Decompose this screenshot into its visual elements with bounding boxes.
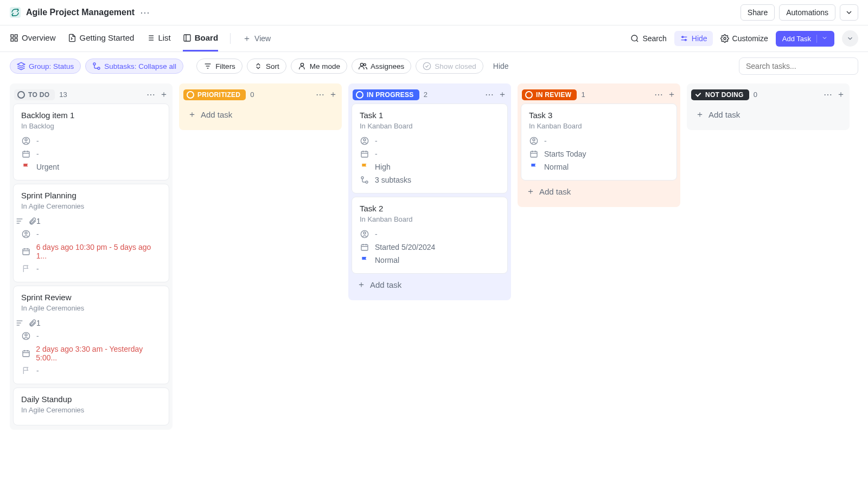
column-wrap: NOT DOING0⋯＋＋Add task — [687, 83, 850, 130]
hide-label: Hide — [692, 34, 707, 43]
more-options-button[interactable] — [842, 30, 858, 47]
calendar-icon — [360, 150, 369, 158]
filters-hide-button[interactable]: Hide — [488, 59, 514, 73]
column-add-button[interactable]: ＋ — [498, 89, 507, 100]
add-task-in-column[interactable]: ＋Add task — [350, 274, 509, 296]
header-left: Agile Project Management ⋯ — [10, 7, 150, 18]
status-pill[interactable]: TO DO — [14, 89, 55, 100]
status-circle-icon — [356, 91, 363, 99]
tab-getting-started[interactable]: Getting Started — [68, 25, 135, 51]
column-more-button[interactable]: ⋯ — [654, 89, 663, 100]
column-more-button[interactable]: ⋯ — [824, 89, 832, 100]
filter-icon — [203, 62, 212, 70]
sliders-icon — [680, 34, 688, 43]
column-add-button[interactable]: ＋ — [667, 89, 676, 100]
filters-chip[interactable]: Filters — [196, 59, 242, 74]
column-wrap: IN PROGRESS2⋯＋Task 1In Kanban Board--Hig… — [348, 83, 511, 300]
task-card[interactable]: Task 3In Kanban Board-Starts TodayNormal — [521, 104, 677, 180]
card-row-text: - — [375, 137, 378, 145]
card-row-text: 6 days ago 10:30 pm - 5 days ago 1... — [36, 243, 161, 260]
task-card[interactable]: Task 2In Kanban Board-Started 5/20/2024N… — [352, 197, 508, 274]
add-task-in-column[interactable]: ＋Add task — [689, 104, 847, 126]
assignees-chip[interactable]: Assignees — [352, 59, 411, 74]
card-row: 2 days ago 3:30 am - Yesterday 5:00... — [21, 343, 161, 364]
column-more-button[interactable]: ⋯ — [485, 89, 494, 100]
column-header-right: ⋯＋ — [485, 89, 507, 100]
task-card[interactable]: Sprint ReviewIn Agile Ceremonies1-2 days… — [13, 286, 169, 384]
customize-button[interactable]: Customize — [720, 34, 768, 43]
task-card[interactable]: Task 1In Kanban Board--High3 subtasks — [352, 104, 508, 193]
column-add-button[interactable]: ＋ — [329, 89, 337, 100]
column-count: 0 — [250, 91, 254, 99]
hide-button[interactable]: Hide — [674, 31, 713, 46]
svg-rect-1 — [15, 35, 17, 37]
column-more-button[interactable]: ⋯ — [146, 89, 155, 100]
me-mode-label: Me mode — [310, 62, 340, 70]
list-icon — [146, 34, 155, 42]
svg-point-54 — [363, 139, 366, 141]
card-row: - — [360, 228, 500, 241]
card-row-icon — [529, 163, 539, 171]
add-task-dropdown[interactable] — [816, 35, 828, 43]
tab-board[interactable]: Board — [183, 25, 218, 51]
card-row-icon — [529, 137, 539, 145]
add-task-in-column[interactable]: ＋Add task — [181, 104, 340, 126]
add-view-button[interactable]: ＋ View — [242, 33, 271, 44]
share-button[interactable]: Share — [741, 4, 775, 21]
card-row: 1 — [21, 316, 161, 330]
search-button[interactable]: Search — [630, 34, 666, 43]
board: TO DO13⋯＋Backlog item 1In Backlog--Urgen… — [0, 80, 868, 440]
tab-overview[interactable]: Overview — [10, 25, 56, 51]
status-pill[interactable]: PRIORITIZED — [183, 89, 246, 100]
column-cards: Task 1In Kanban Board--High3 subtasksTas… — [350, 104, 509, 274]
subtask-icon — [360, 176, 369, 184]
card-row: Starts Today — [529, 147, 669, 160]
svg-rect-55 — [361, 151, 368, 157]
add-task-in-column[interactable]: ＋Add task — [520, 180, 678, 203]
group-chip[interactable]: Group: Status — [10, 59, 81, 74]
status-pill[interactable]: IN PROGRESS — [353, 89, 419, 100]
me-mode-chip[interactable]: Me mode — [291, 59, 347, 74]
plus-icon: ＋ — [357, 279, 366, 290]
column-count: 13 — [59, 91, 67, 99]
svg-rect-63 — [361, 244, 368, 250]
search-label: Search — [642, 34, 666, 43]
svg-point-28 — [424, 62, 431, 69]
card-row-icon — [21, 247, 31, 256]
subtasks-chip[interactable]: Subtasks: Collapse all — [85, 59, 183, 74]
user-icon — [298, 62, 307, 70]
user-circle-icon — [360, 137, 369, 145]
user-circle-icon — [22, 137, 30, 145]
column-add-button[interactable]: ＋ — [837, 89, 845, 100]
sort-chip[interactable]: Sort — [247, 59, 286, 74]
card-row-icon — [360, 163, 369, 171]
search-tasks-input[interactable] — [739, 57, 858, 75]
check-circle-icon — [423, 62, 431, 70]
show-closed-chip[interactable]: Show closed — [416, 59, 483, 74]
tab-overview-label: Overview — [22, 33, 56, 42]
column-add-button[interactable]: ＋ — [159, 89, 168, 100]
column-header-left: NOT DOING0 — [691, 89, 757, 100]
status-pill[interactable]: NOT DOING — [691, 89, 749, 100]
card-title: Task 3 — [529, 111, 669, 120]
column-more-button[interactable]: ⋯ — [316, 89, 324, 100]
svg-point-25 — [301, 63, 303, 66]
header: Agile Project Management ⋯ Share Automat… — [0, 0, 868, 25]
add-task-button[interactable]: Add Task — [776, 31, 834, 47]
tab-list[interactable]: List — [146, 25, 170, 51]
column-todo: TO DO13⋯＋Backlog item 1In Backlog--Urgen… — [10, 83, 173, 430]
task-card[interactable]: Sprint PlanningIn Agile Ceremonies1-6 da… — [13, 184, 169, 282]
card-row: Normal — [360, 254, 500, 267]
card-subtitle: In Agile Ceremonies — [21, 202, 161, 210]
card-row: - — [21, 134, 161, 147]
column-notdoing: NOT DOING0⋯＋＋Add task — [687, 83, 850, 130]
chevron-down-icon — [845, 8, 853, 17]
automations-button[interactable]: Automations — [779, 4, 835, 21]
card-row: Urgent — [21, 160, 161, 173]
status-pill[interactable]: IN REVIEW — [522, 89, 577, 100]
card-row: - — [21, 330, 161, 343]
automations-dropdown-button[interactable] — [840, 4, 858, 21]
task-card[interactable]: Daily StandupIn Agile Ceremonies — [13, 387, 169, 425]
header-more-button[interactable]: ⋯ — [140, 7, 150, 18]
task-card[interactable]: Backlog item 1In Backlog--Urgent — [13, 104, 169, 180]
